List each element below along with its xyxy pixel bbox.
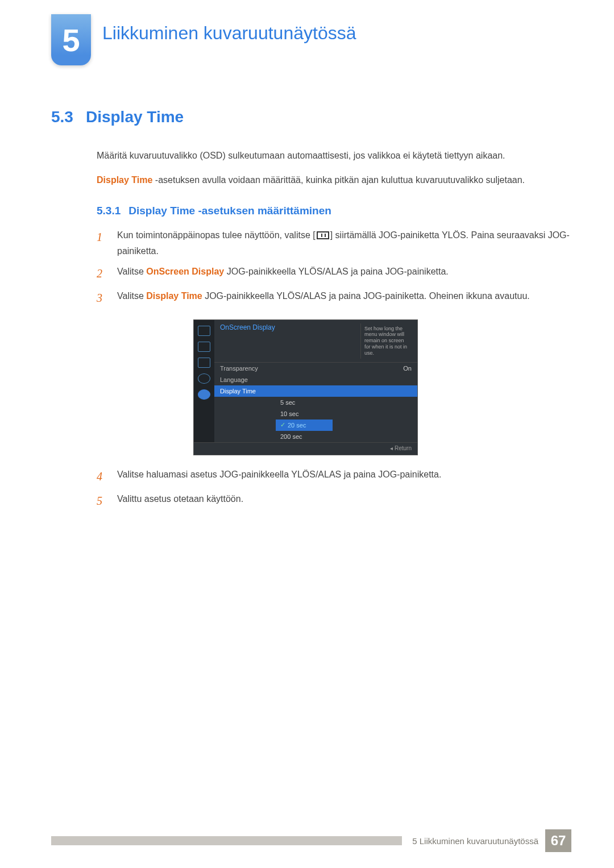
osd-option: 10 sec — [276, 408, 333, 420]
footer-label: 5 Liikkuminen kuvaruutunäytössä — [412, 836, 538, 846]
step-1-text-a: Kun toimintonäppäinopas tulee näyttöön, … — [117, 230, 316, 240]
step-body: Kun toimintonäppäinopas tulee näyttöön, … — [117, 227, 571, 259]
intro-p2-rest: -asetuksen avulla voidaan määrittää, kui… — [152, 175, 525, 185]
osd-row-label: Display Time — [220, 388, 412, 394]
osd-row: Display Time — [214, 385, 417, 397]
step-5: 5 Valittu asetus otetaan käyttöön. — [97, 491, 571, 511]
step-body: Valitse OnScreen Display JOG-painikkeell… — [117, 264, 571, 284]
step-body: Valitse haluamasi asetus JOG-painikkeell… — [117, 467, 571, 487]
osd-window: OnScreen Display Set how long the menu w… — [193, 319, 418, 455]
page: 5 Liikkuminen kuvaruutunäytössä 5.3 Disp… — [0, 0, 614, 868]
osd-return: Return — [194, 442, 417, 455]
step-3-highlight: Display Time — [146, 291, 202, 301]
osd-row: TransparencyOn — [214, 363, 417, 374]
osd-option: 5 sec — [276, 397, 333, 408]
step-2-highlight: OnScreen Display — [146, 267, 224, 276]
info-icon — [198, 389, 210, 400]
subsection-heading: 5.3.1 Display Time -asetuksen määrittämi… — [97, 205, 571, 217]
step-body: Valitse Display Time JOG-painikkeella YL… — [117, 288, 571, 308]
picture-icon — [198, 326, 210, 336]
intro-paragraph-2: Display Time -asetuksen avulla voidaan m… — [97, 173, 571, 188]
gear-icon — [198, 373, 210, 384]
step-number: 3 — [97, 288, 107, 308]
osd-menu-rows: TransparencyOnLanguageDisplay Time — [214, 363, 417, 397]
step-number: 4 — [97, 467, 107, 487]
chapter-number: 5 — [62, 22, 80, 59]
osd-row-value: On — [403, 365, 412, 372]
step-1: 1 Kun toimintonäppäinopas tulee näyttöön… — [97, 227, 571, 259]
osd-options: 5 sec10 sec20 sec200 sec — [276, 397, 333, 442]
osd-header-title: OnScreen Display — [220, 323, 275, 359]
page-footer: 5 Liikkuminen kuvaruutunäytössä 67 — [51, 829, 571, 852]
subsection-title: Display Time -asetuksen määrittäminen — [128, 205, 331, 217]
chapter-tab: 5 — [51, 14, 91, 65]
step-3-post: JOG-painikkeella YLÖS/ALAS ja paina JOG-… — [202, 291, 530, 301]
step-4: 4 Valitse haluamasi asetus JOG-painikkee… — [97, 467, 571, 487]
intro-paragraph-1: Määritä kuvaruutuvalikko (OSD) sulkeutum… — [97, 149, 571, 163]
footer-bar — [51, 836, 402, 845]
step-2-pre: Valitse — [117, 267, 146, 276]
subsection-number: 5.3.1 — [97, 205, 121, 217]
step-2: 2 Valitse OnScreen Display JOG-painikkee… — [97, 264, 571, 284]
step-number: 1 — [97, 227, 107, 259]
osd-header: OnScreen Display Set how long the menu w… — [214, 320, 417, 363]
osd-option: 20 sec — [276, 420, 333, 431]
step-3-pre: Valitse — [117, 291, 146, 301]
intro-text: Määritä kuvaruutuvalikko (OSD) sulkeutum… — [97, 149, 571, 188]
osd-row-label: Language — [220, 376, 412, 383]
chapter-title: Liikkuminen kuvaruutunäytössä — [102, 23, 356, 44]
step-3: 3 Valitse Display Time JOG-painikkeella … — [97, 288, 571, 308]
osd-main: OnScreen Display Set how long the menu w… — [214, 320, 417, 442]
osd-option: 200 sec — [276, 431, 333, 442]
osd-row-label: Transparency — [220, 365, 403, 372]
step-number: 2 — [97, 264, 107, 284]
step-2-post: JOG-painikkeella YLÖS/ALAS ja paina JOG-… — [224, 267, 449, 276]
osd-row: Language — [214, 374, 417, 385]
osd-help-text: Set how long the menu window will remain… — [360, 323, 412, 359]
display-icon — [198, 342, 210, 352]
footer-page-number: 67 — [545, 829, 571, 852]
step-number: 5 — [97, 491, 107, 511]
steps-list: 1 Kun toimintonäppäinopas tulee näyttöön… — [97, 227, 571, 308]
target-icon — [198, 358, 210, 368]
step-body: Valittu asetus otetaan käyttöön. — [117, 491, 571, 511]
section-heading: 5.3 Display Time — [51, 108, 571, 126]
section-number: 5.3 — [51, 108, 73, 126]
steps-list-cont: 4 Valitse haluamasi asetus JOG-painikkee… — [97, 467, 571, 511]
menu-icon — [317, 231, 329, 239]
section-title: Display Time — [86, 108, 184, 126]
osd-screenshot: OnScreen Display Set how long the menu w… — [193, 319, 418, 455]
intro-highlight: Display Time — [97, 175, 152, 185]
osd-sidebar — [194, 320, 214, 442]
